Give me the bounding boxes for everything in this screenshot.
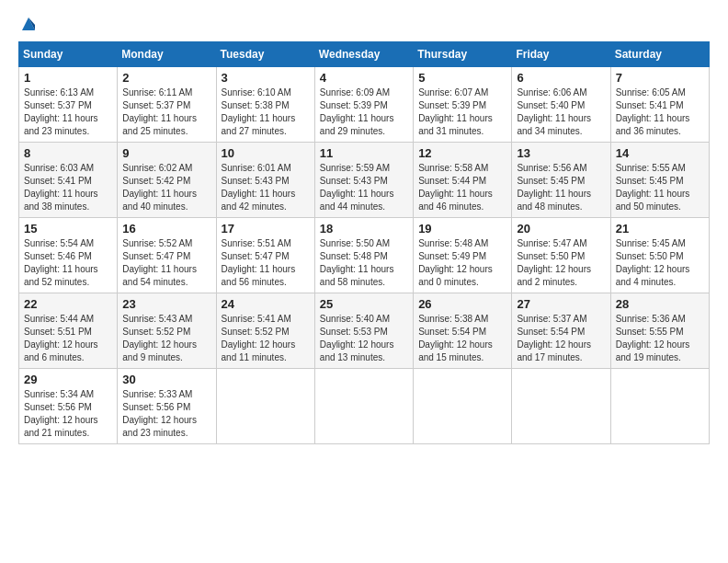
calendar-cell-17: 17 Sunrise: 5:51 AMSunset: 5:47 PMDaylig…	[216, 217, 314, 293]
day-number: 22	[24, 297, 112, 311]
day-number: 6	[517, 71, 605, 85]
day-number: 21	[616, 222, 704, 236]
day-info: Sunrise: 5:36 AMSunset: 5:55 PMDaylight:…	[616, 314, 690, 362]
calendar-cell-1: 1 Sunrise: 6:13 AMSunset: 5:37 PMDayligh…	[19, 66, 118, 142]
empty-cell	[512, 368, 610, 443]
day-number: 9	[122, 146, 210, 160]
day-info: Sunrise: 5:59 AMSunset: 5:43 PMDaylight:…	[320, 163, 394, 212]
day-info: Sunrise: 5:52 AMSunset: 5:47 PMDaylight:…	[122, 238, 197, 287]
weekday-header-wednesday: Wednesday	[314, 41, 413, 66]
weekday-header-row: SundayMondayTuesdayWednesdayThursdayFrid…	[19, 41, 710, 66]
calendar-cell-8: 8 Sunrise: 6:03 AMSunset: 5:41 PMDayligh…	[19, 142, 118, 217]
calendar-cell-28: 28 Sunrise: 5:36 AMSunset: 5:55 PMDaylig…	[610, 293, 709, 368]
day-info: Sunrise: 5:40 AMSunset: 5:53 PMDaylight:…	[320, 314, 394, 362]
day-number: 10	[222, 146, 310, 160]
day-number: 19	[418, 222, 506, 236]
day-info: Sunrise: 5:55 AMSunset: 5:45 PMDaylight:…	[616, 163, 690, 212]
day-info: Sunrise: 6:06 AMSunset: 5:40 PMDaylight:…	[517, 87, 591, 136]
day-number: 30	[122, 373, 210, 386]
day-number: 16	[122, 222, 210, 236]
empty-cell	[314, 368, 413, 443]
calendar-cell-9: 9 Sunrise: 6:02 AMSunset: 5:42 PMDayligh…	[118, 142, 216, 217]
calendar-cell-5: 5 Sunrise: 6:07 AMSunset: 5:39 PMDayligh…	[414, 66, 512, 142]
calendar-cell-4: 4 Sunrise: 6:09 AMSunset: 5:39 PMDayligh…	[314, 66, 413, 142]
day-number: 26	[418, 297, 506, 311]
calendar-cell-3: 3 Sunrise: 6:10 AMSunset: 5:38 PMDayligh…	[216, 66, 314, 142]
day-info: Sunrise: 5:41 AMSunset: 5:52 PMDaylight:…	[222, 314, 296, 362]
day-info: Sunrise: 5:47 AMSunset: 5:50 PMDaylight:…	[517, 238, 591, 287]
calendar-cell-26: 26 Sunrise: 5:38 AMSunset: 5:54 PMDaylig…	[414, 293, 512, 368]
day-info: Sunrise: 5:37 AMSunset: 5:54 PMDaylight:…	[517, 314, 591, 362]
day-info: Sunrise: 6:01 AMSunset: 5:43 PMDaylight:…	[222, 163, 296, 212]
page-header	[18, 15, 710, 34]
day-info: Sunrise: 6:10 AMSunset: 5:38 PMDaylight:…	[222, 87, 296, 136]
day-number: 27	[517, 297, 605, 311]
logo	[18, 15, 37, 34]
logo-icon	[20, 16, 37, 34]
day-info: Sunrise: 5:38 AMSunset: 5:54 PMDaylight:…	[418, 314, 493, 362]
weekday-header-thursday: Thursday	[414, 41, 512, 66]
day-info: Sunrise: 5:50 AMSunset: 5:48 PMDaylight:…	[320, 238, 394, 287]
calendar-table: SundayMondayTuesdayWednesdayThursdayFrid…	[18, 41, 710, 444]
day-info: Sunrise: 6:05 AMSunset: 5:41 PMDaylight:…	[616, 87, 690, 136]
day-info: Sunrise: 5:44 AMSunset: 5:51 PMDaylight:…	[24, 314, 98, 362]
calendar-cell-25: 25 Sunrise: 5:40 AMSunset: 5:53 PMDaylig…	[314, 293, 413, 368]
day-number: 14	[616, 146, 704, 160]
calendar-cell-11: 11 Sunrise: 5:59 AMSunset: 5:43 PMDaylig…	[314, 142, 413, 217]
day-number: 23	[122, 297, 210, 311]
calendar-row-4: 29 Sunrise: 5:34 AMSunset: 5:56 PMDaylig…	[19, 368, 710, 443]
calendar-cell-7: 7 Sunrise: 6:05 AMSunset: 5:41 PMDayligh…	[610, 66, 709, 142]
calendar-cell-13: 13 Sunrise: 5:56 AMSunset: 5:45 PMDaylig…	[512, 142, 610, 217]
day-number: 11	[320, 146, 408, 160]
calendar-row-2: 15 Sunrise: 5:54 AMSunset: 5:46 PMDaylig…	[19, 217, 710, 293]
day-number: 4	[320, 71, 408, 85]
empty-cell	[216, 368, 314, 443]
calendar-cell-29: 29 Sunrise: 5:34 AMSunset: 5:56 PMDaylig…	[19, 368, 118, 443]
calendar-cell-10: 10 Sunrise: 6:01 AMSunset: 5:43 PMDaylig…	[216, 142, 314, 217]
day-number: 24	[222, 297, 310, 311]
day-number: 29	[24, 373, 112, 386]
day-info: Sunrise: 5:43 AMSunset: 5:52 PMDaylight:…	[122, 314, 197, 362]
day-number: 20	[517, 222, 605, 236]
weekday-header-saturday: Saturday	[610, 41, 709, 66]
day-number: 15	[24, 222, 112, 236]
calendar-cell-2: 2 Sunrise: 6:11 AMSunset: 5:37 PMDayligh…	[118, 66, 216, 142]
calendar-cell-15: 15 Sunrise: 5:54 AMSunset: 5:46 PMDaylig…	[19, 217, 118, 293]
day-info: Sunrise: 5:51 AMSunset: 5:47 PMDaylight:…	[222, 238, 296, 287]
weekday-header-tuesday: Tuesday	[216, 41, 314, 66]
empty-cell	[414, 368, 512, 443]
day-info: Sunrise: 6:07 AMSunset: 5:39 PMDaylight:…	[418, 87, 493, 136]
calendar-cell-24: 24 Sunrise: 5:41 AMSunset: 5:52 PMDaylig…	[216, 293, 314, 368]
calendar-cell-27: 27 Sunrise: 5:37 AMSunset: 5:54 PMDaylig…	[512, 293, 610, 368]
day-number: 8	[24, 146, 112, 160]
calendar-cell-20: 20 Sunrise: 5:47 AMSunset: 5:50 PMDaylig…	[512, 217, 610, 293]
day-number: 1	[24, 71, 112, 85]
day-number: 28	[616, 297, 704, 311]
weekday-header-sunday: Sunday	[19, 41, 118, 66]
day-info: Sunrise: 5:33 AMSunset: 5:56 PMDaylight:…	[122, 389, 197, 438]
calendar-cell-19: 19 Sunrise: 5:48 AMSunset: 5:49 PMDaylig…	[414, 217, 512, 293]
day-info: Sunrise: 5:56 AMSunset: 5:45 PMDaylight:…	[517, 163, 591, 212]
day-number: 7	[616, 71, 704, 85]
day-info: Sunrise: 6:03 AMSunset: 5:41 PMDaylight:…	[24, 163, 98, 212]
day-number: 13	[517, 146, 605, 160]
day-info: Sunrise: 6:02 AMSunset: 5:42 PMDaylight:…	[122, 163, 197, 212]
day-info: Sunrise: 5:45 AMSunset: 5:50 PMDaylight:…	[616, 238, 690, 287]
day-number: 12	[418, 146, 506, 160]
calendar-cell-18: 18 Sunrise: 5:50 AMSunset: 5:48 PMDaylig…	[314, 217, 413, 293]
day-info: Sunrise: 5:58 AMSunset: 5:44 PMDaylight:…	[418, 163, 493, 212]
calendar-cell-22: 22 Sunrise: 5:44 AMSunset: 5:51 PMDaylig…	[19, 293, 118, 368]
day-number: 3	[222, 71, 310, 85]
empty-cell	[610, 368, 709, 443]
calendar-cell-6: 6 Sunrise: 6:06 AMSunset: 5:40 PMDayligh…	[512, 66, 610, 142]
calendar-cell-30: 30 Sunrise: 5:33 AMSunset: 5:56 PMDaylig…	[118, 368, 216, 443]
day-info: Sunrise: 6:09 AMSunset: 5:39 PMDaylight:…	[320, 87, 394, 136]
day-number: 17	[222, 222, 310, 236]
day-info: Sunrise: 5:54 AMSunset: 5:46 PMDaylight:…	[24, 238, 98, 287]
day-info: Sunrise: 5:34 AMSunset: 5:56 PMDaylight:…	[24, 389, 98, 438]
calendar-cell-14: 14 Sunrise: 5:55 AMSunset: 5:45 PMDaylig…	[610, 142, 709, 217]
weekday-header-friday: Friday	[512, 41, 610, 66]
calendar-cell-23: 23 Sunrise: 5:43 AMSunset: 5:52 PMDaylig…	[118, 293, 216, 368]
calendar-cell-21: 21 Sunrise: 5:45 AMSunset: 5:50 PMDaylig…	[610, 217, 709, 293]
weekday-header-monday: Monday	[118, 41, 216, 66]
